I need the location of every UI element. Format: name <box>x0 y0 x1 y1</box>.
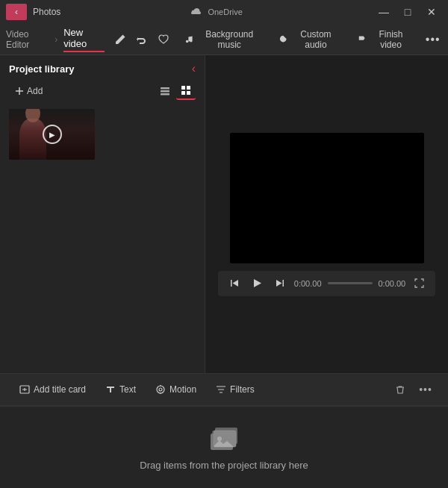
filters-icon <box>216 384 226 395</box>
play-overlay: ▶ <box>43 125 62 144</box>
svg-rect-5 <box>181 91 185 95</box>
storyboard-drop-zone: Drag items from the project library here <box>0 406 448 488</box>
undo-button[interactable] <box>132 29 151 50</box>
motion-label: Motion <box>169 384 196 395</box>
music-note-icon <box>185 34 193 44</box>
panel-content: ▶ <box>0 103 205 373</box>
panel-header: Project library ‹ <box>0 55 205 79</box>
svg-marker-9 <box>254 279 261 287</box>
fullscreen-button[interactable] <box>411 276 426 291</box>
panel-toolbar: Add <box>0 79 205 103</box>
favorite-button[interactable] <box>154 29 172 50</box>
view-toggle <box>155 82 196 100</box>
svg-rect-6 <box>187 91 190 95</box>
svg-marker-10 <box>276 280 282 287</box>
more-storyboard-button[interactable]: ••• <box>415 379 436 400</box>
text-icon <box>105 384 116 395</box>
undo-icon <box>137 34 147 45</box>
project-library-panel: Project library ‹ Add <box>0 55 205 373</box>
heart-icon <box>158 34 169 45</box>
player-controls: 0:00.00 0:00.00 <box>218 271 435 296</box>
list-view-icon <box>160 86 170 96</box>
breadcrumb-separator: › <box>55 34 57 45</box>
list-view-button[interactable] <box>155 82 175 100</box>
text-label: Text <box>119 384 136 395</box>
filters-label: Filters <box>230 384 255 395</box>
maximize-button[interactable]: □ <box>397 4 418 19</box>
skip-forward-button[interactable] <box>272 275 288 292</box>
add-title-card-label: Add title card <box>34 384 86 395</box>
thumbnail-preview: ▶ <box>9 109 95 160</box>
svg-rect-2 <box>161 93 169 96</box>
video-thumbnail[interactable]: ▶ <box>9 109 95 160</box>
preview-panel: 0:00.00 0:00.00 <box>205 55 448 373</box>
svg-rect-1 <box>161 90 169 93</box>
plus-icon <box>15 87 24 96</box>
skip-forward-icon <box>275 278 284 288</box>
toolbar-right: Background music Custom audio Finish vid… <box>179 26 442 53</box>
time-total: 0:00.00 <box>379 279 406 288</box>
time-current: 0:00.00 <box>294 279 322 288</box>
more-options-button[interactable]: ••• <box>423 29 442 50</box>
svg-point-14 <box>159 388 162 391</box>
drop-zone-icon <box>209 425 239 454</box>
svg-point-13 <box>157 386 164 393</box>
app-title: Photos <box>33 7 60 17</box>
title-bar: ‹ Photos OneDrive — □ ✕ <box>0 0 448 24</box>
svg-marker-8 <box>233 280 239 287</box>
cloud-icon <box>191 8 202 16</box>
onedrive-section: OneDrive <box>191 7 242 16</box>
toolbar: Video Editor › New video Background musi… <box>0 24 448 55</box>
title-bar-left: ‹ Photos <box>6 4 60 20</box>
play-icon <box>252 278 262 288</box>
skip-back-icon <box>230 278 240 288</box>
close-button[interactable]: ✕ <box>421 4 442 19</box>
breadcrumb-label: Video Editor <box>6 29 49 50</box>
delete-clip-button[interactable] <box>390 379 411 400</box>
grid-view-icon <box>181 85 191 96</box>
panel-title: Project library <box>9 63 74 75</box>
trash-icon <box>395 384 405 395</box>
custom-audio-button[interactable]: Custom audio <box>273 26 346 53</box>
finish-video-label: Finish video <box>370 29 412 50</box>
svg-rect-0 <box>161 87 169 90</box>
pencil-icon <box>115 34 125 45</box>
play-button[interactable] <box>249 275 266 292</box>
fullscreen-icon <box>414 278 424 288</box>
video-preview-area <box>230 133 424 263</box>
title-card-icon <box>19 384 30 395</box>
filters-button[interactable]: Filters <box>208 381 262 398</box>
bg-music-button[interactable]: Background music <box>179 26 268 53</box>
custom-audio-label: Custom audio <box>292 29 340 50</box>
onedrive-label: OneDrive <box>208 7 242 16</box>
active-tab[interactable]: New video <box>63 27 105 52</box>
panel-collapse-button[interactable]: ‹ <box>192 63 196 75</box>
bg-music-label: Background music <box>197 29 261 50</box>
storyboard-toolbar: Add title card Text Motion Filters ••• <box>0 373 448 406</box>
main-area: Project library ‹ Add <box>0 55 448 373</box>
svg-marker-11 <box>283 280 284 287</box>
minimize-button[interactable]: — <box>373 4 394 19</box>
breadcrumb: Video Editor › <box>6 29 60 50</box>
motion-icon <box>155 384 166 395</box>
stacked-photos-icon <box>209 425 239 451</box>
progress-bar[interactable] <box>328 282 373 284</box>
svg-rect-4 <box>187 86 190 90</box>
text-button[interactable]: Text <box>98 381 143 398</box>
skip-back-button[interactable] <box>227 275 243 292</box>
motion-button[interactable]: Motion <box>148 381 204 398</box>
finish-icon <box>358 34 366 44</box>
grid-view-button[interactable] <box>176 82 196 100</box>
svg-rect-3 <box>181 86 185 90</box>
svg-marker-7 <box>231 280 232 287</box>
back-button[interactable]: ‹ <box>6 4 27 20</box>
window-controls: — □ ✕ <box>373 4 442 19</box>
add-title-card-button[interactable]: Add title card <box>12 381 93 398</box>
finish-video-button[interactable]: Finish video <box>352 26 417 53</box>
add-label: Add <box>27 86 43 96</box>
custom-audio-icon <box>279 34 287 44</box>
drop-zone-text: Drag items from the project library here <box>140 460 308 471</box>
add-media-button[interactable]: Add <box>9 83 49 99</box>
edit-button[interactable] <box>111 29 129 50</box>
